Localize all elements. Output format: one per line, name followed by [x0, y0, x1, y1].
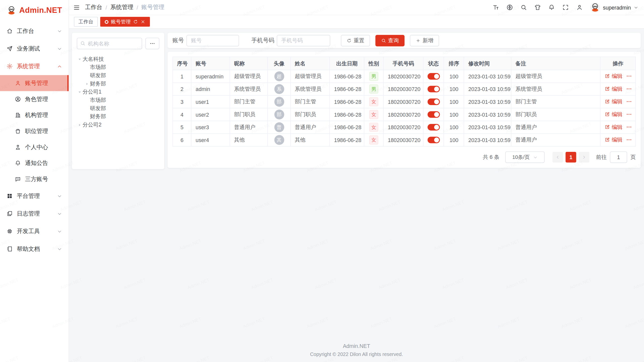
- tab-工作台[interactable]: 工作台: [74, 17, 98, 27]
- theme-icon[interactable]: [534, 4, 541, 11]
- reset-button[interactable]: 重置: [341, 35, 370, 46]
- account-label: 账号: [173, 37, 184, 44]
- tree-node-市场部[interactable]: 市场部: [77, 96, 159, 104]
- tab-close-icon[interactable]: [140, 19, 145, 24]
- avatar: 超: [274, 71, 284, 81]
- chat-icon: [15, 176, 21, 182]
- sidebar-item-日志管理[interactable]: 日志管理: [0, 205, 69, 222]
- edit-button[interactable]: 编辑: [605, 85, 622, 93]
- operations-cell: 编辑: [600, 108, 636, 121]
- phone-input[interactable]: [277, 35, 330, 46]
- tab-refresh-icon[interactable]: [133, 19, 138, 24]
- account-cell: user2: [191, 108, 230, 121]
- column-header-头像: 头像: [268, 57, 290, 70]
- page-1-button[interactable]: 1: [566, 152, 576, 162]
- book-icon: [7, 246, 13, 252]
- sidebar-item-工作台[interactable]: 工作台: [0, 22, 69, 40]
- next-page-button[interactable]: [579, 152, 589, 162]
- sidebar-item-业务测试[interactable]: 业务测试: [0, 40, 69, 57]
- no-cell: 2: [173, 83, 191, 96]
- sidebar-item-帮助文档[interactable]: 帮助文档: [0, 240, 69, 258]
- status-toggle[interactable]: [427, 73, 440, 80]
- search-icon[interactable]: [520, 4, 527, 11]
- tab-账号管理[interactable]: 账号管理: [100, 17, 150, 27]
- chevron-down-icon: [57, 246, 62, 251]
- edit-label: 编辑: [612, 111, 622, 118]
- accounts-table: 序号账号昵称头像姓名出生日期性别手机号码状态排序修改时间备注操作 1supera…: [173, 57, 636, 147]
- goto-page-input[interactable]: [610, 151, 627, 163]
- user-menu[interactable]: superadmin: [590, 3, 638, 12]
- gender-tag: 男: [369, 84, 378, 94]
- admin-app: Admin.NET 工作台业务测试系统管理账号管理角色管理机构管理职位管理个人中…: [0, 0, 644, 362]
- tree-node-研发部[interactable]: 研发部: [77, 71, 159, 80]
- tree-node-财务部[interactable]: 财务部: [77, 80, 159, 88]
- column-header-昵称: 昵称: [230, 57, 268, 70]
- query-button[interactable]: 查询: [375, 35, 405, 46]
- table-row: 1superadmin超级管理员超超级管理员1986-06-28男1802003…: [173, 70, 636, 83]
- app-logo[interactable]: Admin.NET: [0, 0, 69, 21]
- user-icon[interactable]: [576, 4, 583, 11]
- gender-cell: 女: [364, 121, 383, 134]
- org-search-input[interactable]: [77, 38, 142, 49]
- status-toggle[interactable]: [427, 99, 440, 105]
- fullscreen-icon[interactable]: [562, 4, 569, 11]
- notification-icon[interactable]: [548, 4, 555, 11]
- profile-icon: [15, 144, 21, 150]
- sidebar-item-开发工具[interactable]: 开发工具: [0, 222, 69, 240]
- sidebar-item-机构管理[interactable]: 机构管理: [0, 107, 69, 123]
- breadcrumb-item[interactable]: 系统管理: [110, 4, 133, 11]
- edit-button[interactable]: 编辑: [605, 73, 622, 80]
- more-actions-button[interactable]: [626, 86, 632, 92]
- tree-node-市场部[interactable]: 市场部: [77, 63, 159, 71]
- prev-page-button[interactable]: [552, 152, 563, 162]
- tree-node-label: 研发部: [90, 72, 106, 79]
- edit-button[interactable]: 编辑: [605, 136, 622, 144]
- font-size-icon[interactable]: [493, 4, 499, 11]
- sidebar-item-三方账号[interactable]: 三方账号: [0, 171, 69, 187]
- tree-node-分公司1[interactable]: 分公司1: [77, 88, 159, 96]
- table-row: 4user2部门职员部部门职员1986-06-28女18020030720100…: [173, 108, 636, 121]
- sidebar-item-账号管理[interactable]: 账号管理: [0, 75, 69, 91]
- nickname-cell: 其他: [230, 133, 268, 146]
- name-cell: 部门主管: [291, 96, 330, 108]
- collapse-menu-icon[interactable]: [73, 4, 80, 11]
- sidebar-item-通知公告[interactable]: 通知公告: [0, 155, 69, 171]
- tree-node-财务部[interactable]: 财务部: [77, 112, 159, 121]
- gender-cell: 女: [364, 133, 383, 146]
- sidebar-item-个人中心[interactable]: 个人中心: [0, 139, 69, 155]
- breadcrumb-item[interactable]: 工作台: [85, 4, 102, 11]
- status-toggle[interactable]: [427, 111, 440, 118]
- chevron-down-icon: [634, 5, 638, 10]
- edit-button[interactable]: 编辑: [605, 98, 622, 105]
- column-header-备注: 备注: [511, 57, 600, 70]
- status-toggle[interactable]: [427, 137, 440, 143]
- edit-button[interactable]: 编辑: [605, 123, 622, 131]
- more-actions-button[interactable]: [626, 137, 632, 143]
- account-input[interactable]: [186, 35, 239, 46]
- tree-node-label: 大名科技: [83, 55, 104, 63]
- more-actions-button[interactable]: [626, 124, 632, 130]
- edit-button[interactable]: 编辑: [605, 111, 622, 118]
- more-actions-button[interactable]: [626, 111, 632, 117]
- add-button[interactable]: 新增: [410, 35, 439, 46]
- sidebar-item-角色管理[interactable]: 角色管理: [0, 91, 69, 107]
- edit-label: 编辑: [612, 98, 622, 105]
- tree-node-分公司2[interactable]: 分公司2: [77, 121, 159, 129]
- page-size-select[interactable]: 10条/页: [505, 151, 545, 163]
- more-actions-button[interactable]: [626, 99, 632, 105]
- status-toggle[interactable]: [427, 86, 440, 93]
- sidebar-item-平台管理[interactable]: 平台管理: [0, 187, 69, 205]
- tree-node-研发部[interactable]: 研发部: [77, 104, 159, 113]
- column-header-姓名: 姓名: [291, 57, 330, 70]
- more-actions-button[interactable]: [626, 73, 632, 79]
- tree-node-大名科技[interactable]: 大名科技: [77, 55, 159, 63]
- sidebar-item-系统管理[interactable]: 系统管理: [0, 58, 69, 75]
- sidebar-item-职位管理[interactable]: 职位管理: [0, 123, 69, 139]
- language-icon[interactable]: [506, 4, 513, 11]
- logo-text: Admin.NET: [19, 6, 62, 15]
- gender-cell: 男: [364, 83, 383, 96]
- birth-cell: 1986-06-28: [330, 83, 364, 96]
- tree-more-button[interactable]: [145, 38, 159, 49]
- sort-cell: 100: [444, 108, 464, 121]
- status-toggle[interactable]: [427, 124, 440, 131]
